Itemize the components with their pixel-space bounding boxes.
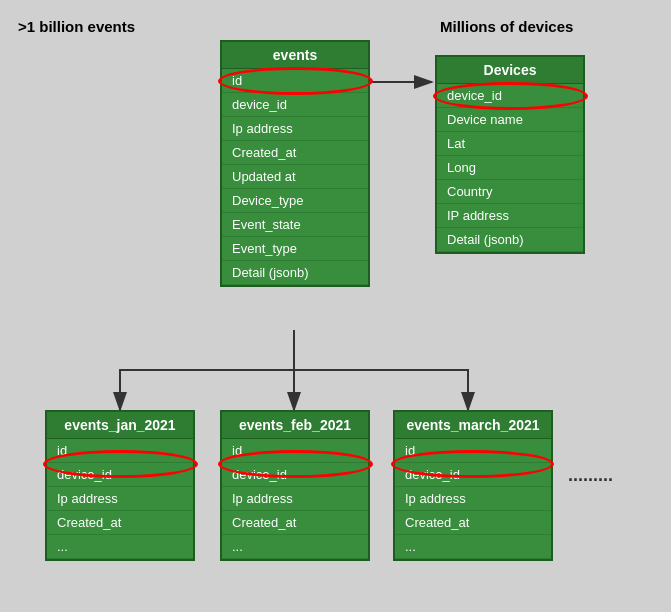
events-feb-header: events_feb_2021: [222, 412, 368, 439]
devices-row-ip: IP address: [437, 204, 583, 228]
events-row-created: Created_at: [222, 141, 368, 165]
events-row-updated: Updated at: [222, 165, 368, 189]
events-jan-header: events_jan_2021: [47, 412, 193, 439]
events-march-row-etc: ...: [395, 535, 551, 559]
events-jan-row-id: id: [47, 439, 193, 463]
events-feb-row-device-id: device_id: [222, 463, 368, 487]
events-row-detail: Detail (jsonb): [222, 261, 368, 285]
devices-table: Devices device_id Device name Lat Long C…: [435, 55, 585, 254]
events-jan-table: events_jan_2021 id device_id Ip address …: [45, 410, 195, 561]
events-march-row-ip: Ip address: [395, 487, 551, 511]
events-table-header: events: [222, 42, 368, 69]
events-feb-row-id: id: [222, 439, 368, 463]
annotation-millions-devices: Millions of devices: [440, 18, 573, 35]
events-jan-row-etc: ...: [47, 535, 193, 559]
events-row-event-state: Event_state: [222, 213, 368, 237]
ellipsis: .........: [568, 465, 613, 486]
events-jan-row-device-id: device_id: [47, 463, 193, 487]
events-march-row-created: Created_at: [395, 511, 551, 535]
events-row-event-type: Event_type: [222, 237, 368, 261]
devices-row-name: Device name: [437, 108, 583, 132]
diagram-container: >1 billion events Millions of devices ev…: [0, 0, 671, 612]
devices-row-long: Long: [437, 156, 583, 180]
events-feb-table: events_feb_2021 id device_id Ip address …: [220, 410, 370, 561]
events-feb-row-etc: ...: [222, 535, 368, 559]
devices-row-lat: Lat: [437, 132, 583, 156]
events-row-ip: Ip address: [222, 117, 368, 141]
devices-row-detail: Detail (jsonb): [437, 228, 583, 252]
events-feb-row-created: Created_at: [222, 511, 368, 535]
events-jan-row-ip: Ip address: [47, 487, 193, 511]
events-march-row-id: id: [395, 439, 551, 463]
events-march-table: events_march_2021 id device_id Ip addres…: [393, 410, 553, 561]
events-march-row-device-id: device_id: [395, 463, 551, 487]
events-march-header: events_march_2021: [395, 412, 551, 439]
events-row-device-type: Device_type: [222, 189, 368, 213]
annotation-billion-events: >1 billion events: [18, 18, 135, 35]
events-table: events id device_id Ip address Created_a…: [220, 40, 370, 287]
events-jan-row-created: Created_at: [47, 511, 193, 535]
events-row-id: id: [222, 69, 368, 93]
devices-table-header: Devices: [437, 57, 583, 84]
events-feb-row-ip: Ip address: [222, 487, 368, 511]
devices-row-device-id: device_id: [437, 84, 583, 108]
devices-row-country: Country: [437, 180, 583, 204]
events-row-device-id: device_id: [222, 93, 368, 117]
